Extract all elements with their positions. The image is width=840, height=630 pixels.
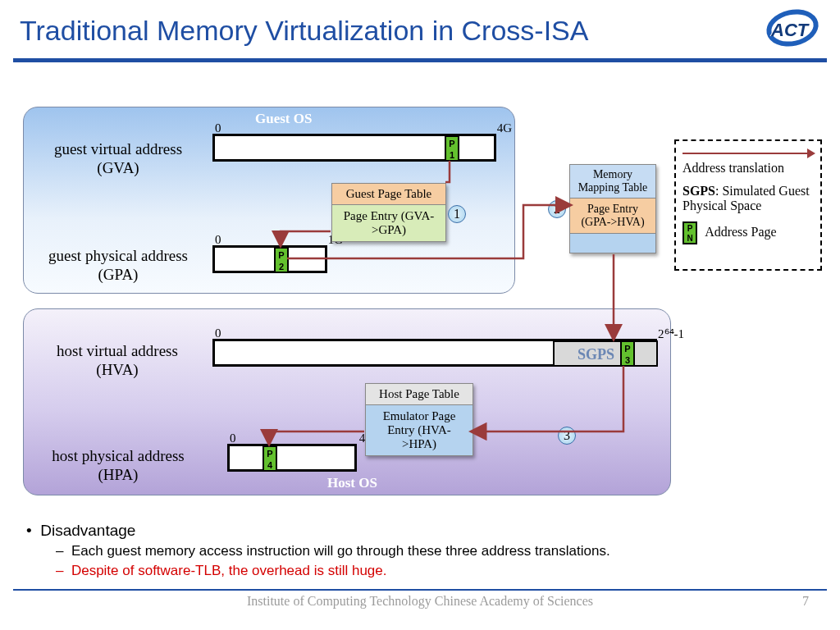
gva-bar: 0 4G P 1	[212, 134, 496, 162]
mmt-header: Memory Mapping Table	[570, 165, 655, 198]
hpa-start-tick: 0	[230, 431, 236, 445]
page-number: 7	[802, 594, 809, 609]
legend-sgps-term: SGPS	[682, 184, 715, 198]
host-os-region: Host OS host virtual address (HVA) 0 2⁶⁴…	[23, 308, 671, 495]
step-marker-2: 2	[548, 200, 566, 218]
sgps-text: SGPS	[578, 346, 614, 363]
hpa-label: host physical address (HPA)	[32, 447, 204, 485]
host-os-title: Host OS	[327, 475, 377, 491]
footer-divider	[13, 589, 827, 591]
host-page-table: Host Page Table Emulator Page Entry (HVA…	[365, 383, 473, 456]
hva-end-tick: 2⁶⁴-1	[658, 326, 684, 341]
page-p2: P 2	[274, 247, 289, 273]
title-underline	[13, 58, 827, 62]
logo-icon: ACT	[760, 8, 825, 49]
legend-addr-trans: Address translation	[682, 161, 814, 176]
gva-label: guest virtual address (GVA)	[32, 140, 204, 178]
footer-text: Institute of Computing Technology Chines…	[0, 594, 840, 609]
bullet-line-2: – Despite of software-TLB, the overhead …	[56, 563, 809, 579]
sgps-region: SGPS P 3	[553, 340, 658, 367]
guest-os-region: Guest OS guest virtual address (GVA) 0 4…	[23, 107, 515, 294]
bullet-heading: • Disadvantage	[26, 522, 809, 540]
legend-arrow-icon	[682, 153, 814, 154]
step-marker-3: 3	[558, 427, 576, 445]
guest-page-table: Guest Page Table Page Entry (GVA->GPA)	[331, 183, 446, 242]
page-p4: P 4	[262, 445, 277, 472]
guest-page-table-header: Guest Page Table	[332, 184, 445, 204]
gpa-bar: 0 1G P 2	[212, 245, 327, 273]
gpa-label: guest physical address (GPA)	[29, 247, 208, 285]
host-page-table-header: Host Page Table	[366, 384, 472, 404]
bullet-line-1: – Each guest memory access instruction w…	[56, 543, 809, 559]
diagram-canvas: Guest OS guest virtual address (GVA) 0 4…	[23, 107, 817, 517]
host-page-table-row: Emulator Page Entry (HVA->HPA)	[366, 404, 472, 455]
slide-title: Traditional Memory Virtualization in Cro…	[0, 0, 840, 47]
gva-start-tick: 0	[215, 121, 221, 135]
hpa-bar: 0 4G P 4	[227, 444, 357, 472]
disadvantage-section: • Disadvantage – Each guest memory acces…	[21, 522, 809, 579]
mmt-spacer	[570, 233, 655, 253]
legend-addr-page: Address Page	[705, 225, 777, 239]
hva-bar: 0 2⁶⁴-1 SGPS P 3	[212, 339, 657, 367]
guest-os-title: Guest OS	[255, 111, 312, 127]
hva-label: host virtual address (HVA)	[35, 342, 199, 380]
gpa-start-tick: 0	[215, 233, 221, 247]
memory-mapping-table: Memory Mapping Table Page Entry (GPA->HV…	[569, 164, 656, 253]
page-p1: P 1	[445, 135, 459, 162]
legend-page-icon: P N	[682, 221, 697, 244]
gva-end-tick: 4G	[497, 121, 512, 135]
hva-start-tick: 0	[215, 326, 221, 340]
guest-page-table-row: Page Entry (GVA->GPA)	[332, 204, 445, 241]
mmt-row: Page Entry (GPA->HVA)	[570, 198, 655, 233]
legend-box: Address translation SGPS: Simulated Gues…	[674, 139, 822, 271]
step-marker-1: 1	[448, 205, 466, 223]
page-p3: P 3	[620, 340, 635, 367]
